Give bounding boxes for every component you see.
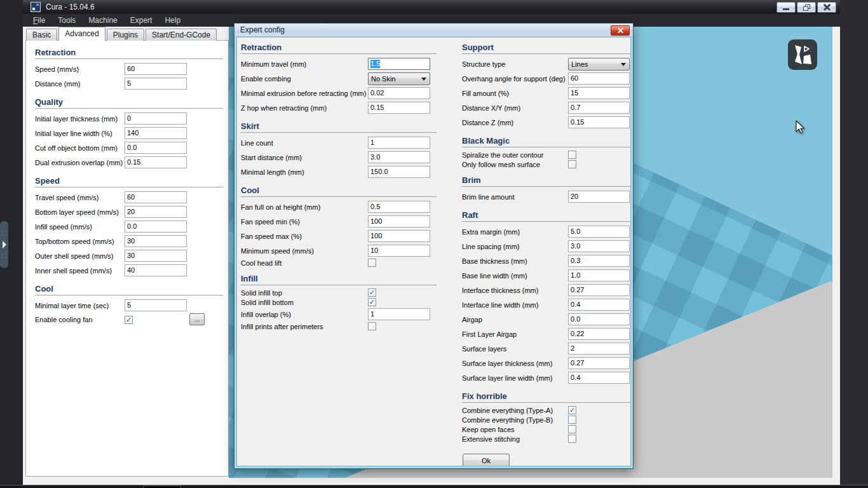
checkbox[interactable] (568, 151, 576, 159)
input-value: 0.7 (571, 104, 580, 112)
text-input[interactable]: 1.5 (368, 58, 430, 70)
text-input[interactable]: 0.15 (125, 156, 187, 168)
text-input[interactable]: 1 (368, 137, 430, 149)
text-input[interactable]: 0.0 (568, 313, 630, 325)
text-input[interactable]: 30 (125, 235, 187, 247)
text-input[interactable]: 0.27 (568, 357, 630, 369)
tab-plugins[interactable]: Plugins (107, 29, 144, 41)
ok-button[interactable]: Ok (463, 454, 510, 466)
more-button[interactable]: ... (189, 313, 205, 325)
text-input[interactable]: 0 (125, 112, 187, 125)
text-input[interactable]: 150.0 (368, 166, 430, 178)
text-input[interactable]: 5 (125, 299, 187, 311)
checkbox[interactable] (568, 160, 576, 168)
checkbox[interactable] (568, 435, 576, 443)
sidebar-expand-handle[interactable] (0, 221, 8, 271)
field-label: Dual extrusion overlap (mm) (35, 159, 123, 166)
field-area: 1 (368, 136, 430, 149)
tab-start-end-gcode[interactable]: Start/End-GCode (146, 29, 217, 41)
text-input[interactable]: 0.7 (568, 102, 630, 114)
text-input[interactable]: 60 (568, 72, 630, 85)
dialog-body: RetractionMinimum travel (mm)1.5Enable c… (236, 37, 631, 466)
text-input[interactable]: 20 (568, 191, 630, 203)
tab-basic[interactable]: Basic (26, 29, 57, 41)
field-label: Line count (241, 139, 273, 147)
menu-item-tools[interactable]: Tools (51, 14, 82, 27)
text-input[interactable]: 40 (125, 264, 187, 276)
text-input[interactable]: 5 (125, 78, 187, 90)
text-input[interactable]: 1.0 (568, 269, 630, 281)
text-input[interactable]: 0.5 (368, 201, 430, 213)
window-titlebar[interactable]: Cura - 15.04.6 (23, 0, 840, 14)
text-input[interactable]: 0.0 (125, 220, 187, 233)
input-value: 5 (127, 79, 131, 88)
tab-advanced[interactable]: Advanced (58, 27, 105, 41)
section-support: SupportStructure typeLinesOverhang angle… (462, 43, 631, 130)
text-input[interactable]: 15 (568, 87, 630, 99)
text-input[interactable]: 0.3 (568, 255, 630, 267)
field-area: 0.27 (568, 283, 630, 297)
section-fix-horrible: Fix horribleCombine everything (Type-A)C… (462, 391, 631, 444)
field-label: Minimum travel (mm) (241, 60, 306, 68)
text-input[interactable]: 3.0 (368, 151, 430, 163)
text-input[interactable]: 0.4 (568, 372, 630, 384)
text-input[interactable]: 1 (368, 308, 430, 320)
taskbar-edge[interactable] (0, 485, 868, 488)
dialog-titlebar[interactable]: Expert config (234, 24, 633, 37)
section-infill: InfillSolid infill topSolid infill botto… (241, 274, 437, 331)
checkbox[interactable] (568, 406, 576, 414)
setting-row: First Layer Airgap0.22 (462, 327, 631, 341)
checkbox[interactable] (368, 298, 376, 306)
text-input[interactable]: 10 (368, 245, 430, 257)
field-area (568, 415, 630, 424)
checkbox[interactable] (368, 288, 376, 297)
section-quality: QualityInitial layer thickness (mm)0Init… (35, 97, 223, 170)
text-input[interactable]: 2 (568, 342, 630, 355)
menu-item-help[interactable]: Help (158, 14, 187, 27)
text-input[interactable]: 100 (368, 230, 430, 242)
minimize-button[interactable] (776, 2, 796, 13)
field-area: 20 (568, 190, 630, 203)
checkbox[interactable] (368, 322, 376, 330)
checkbox[interactable] (568, 416, 576, 424)
text-input[interactable]: 5.0 (568, 226, 630, 238)
field-label: Only follow mesh surface (462, 161, 540, 168)
text-input[interactable]: 0.0 (125, 142, 187, 154)
text-input[interactable]: 20 (125, 206, 187, 218)
menu-item-machine[interactable]: Machine (82, 14, 123, 27)
input-value: 20 (127, 208, 135, 216)
text-input[interactable]: 0.02 (368, 87, 430, 99)
text-input[interactable]: 100 (368, 215, 430, 227)
input-value: 1.5 (370, 60, 380, 68)
input-value: 0.15 (370, 104, 384, 112)
checkbox[interactable] (568, 425, 576, 433)
view-mode-button[interactable] (788, 39, 817, 70)
window-controls (775, 2, 836, 13)
restore-button[interactable] (797, 2, 816, 13)
field-area: 3.0 (568, 240, 630, 253)
text-input[interactable]: 0.15 (568, 116, 630, 128)
combo-box[interactable]: Lines (568, 58, 630, 71)
text-input[interactable]: 0.15 (368, 102, 430, 114)
field-area (568, 150, 630, 159)
text-input[interactable]: 60 (125, 63, 187, 75)
text-input[interactable]: 0.22 (568, 328, 630, 340)
text-input[interactable]: 3.0 (568, 240, 630, 252)
minimize-icon (783, 8, 789, 10)
checkbox[interactable] (125, 316, 133, 324)
dialog-close-button[interactable] (611, 25, 630, 36)
close-button[interactable] (817, 2, 836, 13)
setting-row: Combine everything (Type-A) (462, 405, 631, 415)
menu-item-expert[interactable]: Expert (124, 14, 159, 27)
text-input[interactable]: 140 (125, 127, 187, 139)
input-value: 0.27 (571, 359, 584, 367)
text-input[interactable]: 0.27 (568, 284, 630, 296)
text-input[interactable]: 0.4 (568, 299, 630, 311)
text-input[interactable]: 60 (125, 191, 187, 203)
field-area: 60 (125, 62, 187, 76)
checkbox[interactable] (368, 259, 376, 267)
combo-box[interactable]: No Skin (368, 72, 430, 85)
menu-item-file[interactable]: File (27, 14, 51, 27)
taskbar-app-segment[interactable] (143, 485, 181, 488)
text-input[interactable]: 30 (125, 250, 187, 262)
